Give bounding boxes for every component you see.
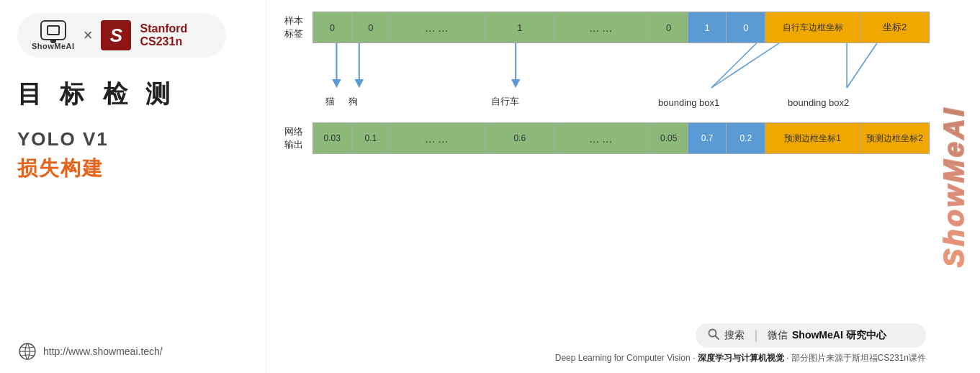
footer: Deep Learning for Computer Vision · 深度学习…: [281, 352, 926, 366]
network-output-bar: 0.03 0.1 …… 0.6 …… 0.05 0.7 0.2 预测边框坐标1 …: [313, 122, 930, 154]
out-cell-2: 0.1: [352, 123, 391, 153]
sample-label-bar: 0 0 …… 1 …… 0 1 0 自行车边框坐标 坐标2: [313, 12, 930, 43]
search-prefix: 搜索: [724, 329, 745, 342]
cell-conf1: 1: [688, 12, 727, 42]
search-brand: ShowMeAI 研究中心: [792, 329, 886, 342]
left-panel: ShowMeAI × S Stanford CS231n 目 标 检 测 YOL…: [0, 0, 266, 373]
website-row: http://www.showmeai.tech/: [17, 341, 248, 361]
svg-marker-3: [332, 79, 341, 88]
website-icon: [17, 341, 37, 361]
logo-area: ShowMeAI × S Stanford CS231n: [17, 13, 226, 58]
cell-bicycle-1: 1: [485, 12, 554, 42]
out-cell-4: 0.05: [649, 123, 688, 153]
search-bar[interactable]: 搜索 ｜ 微信 ShowMeAI 研究中心: [696, 323, 926, 348]
cell-bbox1-label: 自行车边框坐标: [765, 12, 860, 42]
network-output-text: 网络输出: [281, 125, 307, 151]
svg-line-9: [711, 43, 779, 88]
arrows-row1: 猫 狗 自行车 bounding box1 bounding box2: [313, 43, 930, 108]
diagram-area: 样本标签 0 0 …… 1 …… 0 1 0 自行车边框坐标 坐标2: [281, 12, 966, 313]
footer-normal: Deep Learning for Computer Vision ·: [555, 353, 698, 363]
dog-label: 狗: [349, 95, 358, 108]
cell-dog-0: 0: [352, 12, 391, 42]
stanford-course: CS231n: [140, 35, 187, 48]
main-title: 目 标 检 测: [17, 78, 248, 109]
bbox1-label: bounding box1: [658, 97, 719, 108]
website-url[interactable]: http://www.showmeai.tech/: [43, 346, 163, 357]
out-bbox1: 预测边框坐标1: [765, 123, 860, 153]
svg-marker-5: [355, 79, 364, 88]
svg-line-8: [711, 43, 757, 88]
yolo-title: YOLO V1: [17, 128, 248, 150]
svg-line-13: [716, 336, 719, 340]
out-cell-3: 0.6: [485, 123, 554, 153]
out-dots-1: ……: [390, 123, 485, 153]
bbox2-label: bounding box2: [788, 97, 849, 108]
title-section: 目 标 检 测 YOLO V1 损失构建: [17, 78, 248, 182]
cross-symbol: ×: [84, 26, 93, 45]
stanford-name: Stanford: [140, 22, 187, 35]
footer-bold: 深度学习与计算机视觉: [698, 353, 784, 363]
out-conf2: 0.2: [727, 123, 765, 153]
svg-line-11: [847, 43, 877, 88]
stanford-text: Stanford CS231n: [140, 22, 187, 48]
cell-conf2: 0: [727, 12, 765, 42]
cat-label: 猫: [325, 95, 335, 108]
out-cell-1: 0.03: [313, 123, 352, 153]
search-wechat: 微信: [768, 329, 788, 342]
sample-label-text: 样本标签: [281, 14, 307, 40]
network-output-row: 网络输出 0.03 0.1 …… 0.6 …… 0.05 0.7 0.2 预测边…: [281, 122, 930, 154]
out-bbox2: 预测边框坐标2: [860, 123, 929, 153]
right-panel: ShowMeAI 样本标签 0 0 …… 1 …… 0 1 0 自行车边框坐标 …: [266, 0, 980, 373]
svg-marker-7: [511, 79, 521, 88]
search-divider: ｜: [750, 328, 762, 343]
stanford-logo: S Stanford CS231n: [101, 20, 187, 50]
showmeai-logo: ShowMeAI: [32, 20, 75, 50]
loss-title: 损失构建: [17, 155, 248, 182]
footer-end: · 部分图片来源于斯坦福CS231n课件: [786, 353, 926, 363]
stanford-s-logo: S: [101, 20, 131, 50]
cell-last-0: 0: [649, 12, 688, 42]
search-icon: [707, 328, 720, 343]
cell-cat-0: 0: [313, 12, 352, 42]
cell-dots-2: ……: [554, 12, 649, 42]
cell-bbox2-label: 坐标2: [860, 12, 929, 42]
out-dots-2: ……: [554, 123, 649, 153]
bicycle-label: 自行车: [491, 95, 519, 108]
showmeai-icon: [40, 20, 66, 40]
cell-dots-1: ……: [390, 12, 485, 42]
sample-label-row: 样本标签 0 0 …… 1 …… 0 1 0 自行车边框坐标 坐标2: [281, 12, 930, 43]
bottom-section: 搜索 ｜ 微信 ShowMeAI 研究中心 Deep Learning for …: [281, 319, 966, 366]
out-conf1: 0.7: [688, 123, 727, 153]
